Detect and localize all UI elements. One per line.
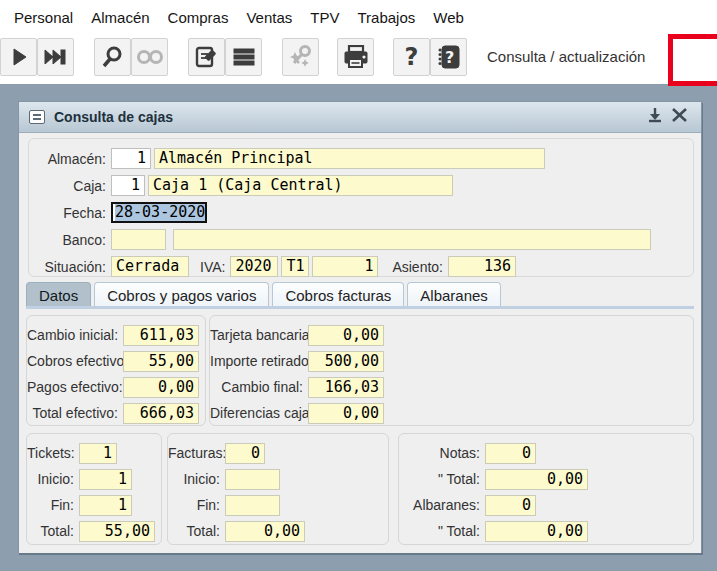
cobros-efectivo-input[interactable]: 55,00 bbox=[123, 351, 199, 372]
banco-name-input[interactable] bbox=[173, 229, 651, 250]
facturas-total-input[interactable]: 0,00 bbox=[225, 521, 305, 542]
tarjeta-groupbox: Tarjeta bancaria:0,00 Importe retirado:5… bbox=[209, 315, 694, 426]
importe-retirado-input[interactable]: 500,00 bbox=[308, 351, 384, 372]
facturas-label: Facturas: bbox=[168, 445, 225, 461]
cobros-efectivo-label: Cobros efectivo: bbox=[27, 353, 123, 369]
diferencias-caja-input[interactable]: 0,00 bbox=[308, 403, 384, 424]
situacion-row: Situación: Cerrada IVA: 2020 T1 1 Asient… bbox=[29, 253, 693, 280]
field-row: Diferencias caja:0,00 bbox=[210, 400, 693, 426]
banco-row: Banco: bbox=[29, 226, 693, 253]
tickets-total-input[interactable]: 55,00 bbox=[79, 521, 155, 542]
cambio-inicial-label: Cambio inicial: bbox=[27, 327, 123, 343]
window-content: Almacén: 1 Almacén Principal Caja: 1 Caj… bbox=[19, 133, 701, 553]
menu-trabajos[interactable]: Trabajos bbox=[357, 9, 415, 26]
notas-count-input[interactable]: 0 bbox=[485, 443, 536, 464]
magic-keys-icon bbox=[288, 44, 314, 70]
help-index-button[interactable]: ? bbox=[430, 38, 467, 76]
play-icon bbox=[10, 47, 28, 67]
facturas-fin-input[interactable] bbox=[225, 495, 280, 516]
close-icon bbox=[671, 107, 688, 127]
banco-code-input[interactable] bbox=[111, 229, 166, 250]
menu-web[interactable]: Web bbox=[433, 9, 464, 26]
facturas-inicio-label: Inicio: bbox=[168, 471, 225, 487]
total-efectivo-label: Total efectivo: bbox=[27, 405, 123, 421]
iva-number-input[interactable]: 1 bbox=[312, 256, 378, 277]
albaranes-count-input[interactable]: 0 bbox=[485, 495, 536, 516]
field-row: Total efectivo:666,03 bbox=[27, 400, 205, 426]
header-fields-panel: Almacén: 1 Almacén Principal Caja: 1 Caj… bbox=[28, 138, 694, 277]
glasses-icon bbox=[136, 48, 164, 66]
hamburger-icon bbox=[233, 47, 255, 67]
importe-retirado-label: Importe retirado: bbox=[210, 353, 308, 369]
notas-total-input[interactable]: 0,00 bbox=[485, 469, 588, 490]
go-to-last-button[interactable] bbox=[37, 38, 74, 76]
cambio-inicial-input[interactable]: 611,03 bbox=[123, 325, 199, 346]
albaranes-total-label: " Total: bbox=[399, 523, 485, 539]
field-row: Tickets:1 bbox=[27, 440, 161, 466]
field-row: " Total:0,00 bbox=[399, 518, 693, 544]
field-row: Cobros efectivo:55,00 bbox=[27, 348, 205, 374]
window-titlebar[interactable]: Consulta de cajas bbox=[19, 102, 701, 133]
cambio-final-input[interactable]: 166,03 bbox=[308, 377, 384, 398]
almacen-label: Almacén: bbox=[31, 151, 111, 167]
caja-name-input[interactable]: Caja 1 (Caja Central) bbox=[148, 175, 453, 196]
edit-button[interactable] bbox=[188, 38, 225, 76]
consulta-de-cajas-window: Consulta de cajas Almacén: 1 Almacén Pri… bbox=[18, 101, 702, 553]
fecha-input[interactable]: 28-03-2020 bbox=[111, 202, 207, 223]
albaranes-total-input[interactable]: 0,00 bbox=[485, 521, 588, 542]
facturas-count-input[interactable]: 0 bbox=[225, 443, 265, 464]
tickets-fin-label: Fin: bbox=[27, 497, 79, 513]
menu-tpv[interactable]: TPV bbox=[310, 9, 339, 26]
almacen-row: Almacén: 1 Almacén Principal bbox=[29, 145, 693, 172]
field-row: Cambio final:166,03 bbox=[210, 374, 693, 400]
close-button[interactable] bbox=[667, 106, 691, 128]
magnifier-icon bbox=[101, 45, 125, 69]
view-button[interactable] bbox=[131, 38, 168, 76]
tab-cobros-facturas[interactable]: Cobros facturas bbox=[272, 282, 404, 307]
tab-cobros-y-pagos-varios[interactable]: Cobros y pagos varios bbox=[94, 282, 269, 307]
iva-period-input[interactable]: T1 bbox=[281, 256, 309, 277]
almacen-name-input[interactable]: Almacén Principal bbox=[154, 148, 545, 169]
cambio-final-label: Cambio final: bbox=[210, 379, 308, 395]
skip-to-end-icon bbox=[44, 47, 68, 67]
menu-ventas[interactable]: Ventas bbox=[246, 9, 292, 26]
field-row: Facturas:0 bbox=[168, 440, 388, 466]
list-button[interactable] bbox=[225, 38, 262, 76]
tickets-fin-input[interactable]: 1 bbox=[79, 495, 132, 516]
help-button[interactable]: ? bbox=[393, 38, 430, 76]
mode-status-label: Consulta / actualización bbox=[487, 48, 645, 65]
svg-text:?: ? bbox=[445, 48, 454, 67]
notas-groupbox: Notas:0 " Total:0,00 Albaranes:0 " Total… bbox=[398, 433, 694, 545]
print-button[interactable] bbox=[337, 38, 374, 76]
tarjeta-bancaria-input[interactable]: 0,00 bbox=[308, 325, 384, 346]
edit-document-icon bbox=[195, 45, 219, 69]
tickets-count-input[interactable]: 1 bbox=[79, 443, 117, 464]
menu-personal[interactable]: Personal bbox=[14, 9, 73, 26]
banco-label: Banco: bbox=[31, 232, 111, 248]
execute-button[interactable] bbox=[0, 38, 37, 76]
pagos-efectivo-input[interactable]: 0,00 bbox=[123, 377, 199, 398]
iva-year-input[interactable]: 2020 bbox=[230, 256, 278, 277]
minimize-button[interactable] bbox=[643, 106, 667, 128]
field-row: Pagos efectivo:0,00 bbox=[27, 374, 205, 400]
tab-datos[interactable]: Datos bbox=[26, 282, 91, 307]
tickets-inicio-input[interactable]: 1 bbox=[79, 469, 132, 490]
search-button[interactable] bbox=[94, 38, 131, 76]
caja-code-input[interactable]: 1 bbox=[111, 175, 145, 196]
asiento-input[interactable]: 136 bbox=[448, 256, 516, 277]
menu-compras[interactable]: Compras bbox=[168, 9, 229, 26]
pagos-efectivo-label: Pagos efectivo: bbox=[27, 379, 123, 395]
caja-row: Caja: 1 Caja 1 (Caja Central) bbox=[29, 172, 693, 199]
facturas-inicio-input[interactable] bbox=[225, 469, 280, 490]
situacion-input[interactable]: Cerrada bbox=[111, 256, 189, 277]
printer-icon bbox=[343, 45, 369, 69]
minimize-icon bbox=[646, 107, 664, 127]
keys-button[interactable] bbox=[282, 38, 319, 76]
field-row: Albaranes:0 bbox=[399, 492, 693, 518]
tickets-total-label: Total: bbox=[27, 523, 79, 539]
notas-label: Notas: bbox=[399, 445, 485, 461]
tab-albaranes[interactable]: Albaranes bbox=[407, 282, 501, 307]
almacen-code-input[interactable]: 1 bbox=[111, 148, 151, 169]
total-efectivo-input[interactable]: 666,03 bbox=[123, 403, 199, 424]
menu-almacen[interactable]: Almacén bbox=[91, 9, 149, 26]
